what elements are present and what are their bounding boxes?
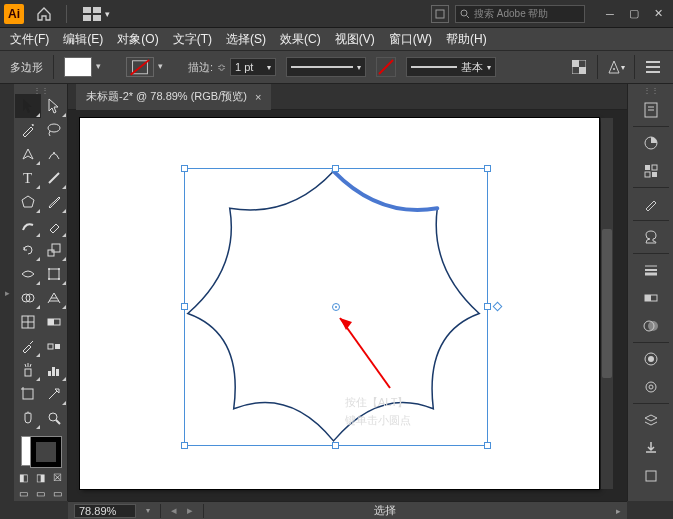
hand-tool[interactable] <box>15 406 41 430</box>
menu-help[interactable]: 帮助(H) <box>440 28 493 51</box>
magic-wand-tool[interactable] <box>15 118 41 142</box>
color-mode[interactable]: ◧ <box>15 469 32 485</box>
handle-e[interactable] <box>484 303 491 310</box>
search-input[interactable]: 搜索 Adobe 帮助 <box>455 5 585 23</box>
draw-normal[interactable]: ▭ <box>15 485 32 501</box>
draw-behind[interactable]: ▭ <box>32 485 49 501</box>
pen-tool[interactable] <box>15 142 41 166</box>
graphic-style-icon[interactable]: ▾ <box>606 57 626 77</box>
menu-type[interactable]: 文字(T) <box>167 28 218 51</box>
handle-s[interactable] <box>332 442 339 449</box>
zoom-dropdown-icon[interactable]: ▾ <box>146 506 150 515</box>
shape-tool[interactable] <box>15 190 41 214</box>
gradient-mode[interactable]: ◨ <box>32 469 49 485</box>
handle-w[interactable] <box>181 303 188 310</box>
paintbrush-tool[interactable] <box>41 190 67 214</box>
status-menu-icon[interactable]: ▸ <box>616 506 621 516</box>
eyedropper-tool[interactable] <box>15 334 41 358</box>
blend-tool[interactable] <box>41 334 67 358</box>
menu-view[interactable]: 视图(V) <box>329 28 381 51</box>
menu-icon[interactable] <box>643 57 663 77</box>
brushes-panel-icon[interactable] <box>634 191 668 217</box>
dock-grip[interactable]: ⋮⋮ <box>643 86 659 96</box>
free-transform-tool[interactable] <box>41 262 67 286</box>
artboard-tool[interactable] <box>15 382 41 406</box>
direct-selection-tool[interactable] <box>41 94 67 118</box>
shape-builder-tool[interactable] <box>15 286 41 310</box>
nav-next-icon[interactable]: ▸ <box>187 504 193 517</box>
swatches-panel-icon[interactable] <box>634 158 668 184</box>
home-icon[interactable] <box>32 2 56 26</box>
close-tab-icon[interactable]: × <box>255 91 261 103</box>
document-tab[interactable]: 未标题-2* @ 78.89% (RGB/预览) × <box>76 84 271 110</box>
gradient-tool[interactable] <box>41 310 67 334</box>
fill-swatch[interactable] <box>64 57 92 77</box>
gradient-panel-icon[interactable] <box>634 285 668 311</box>
menu-window[interactable]: 窗口(W) <box>383 28 438 51</box>
vertical-scrollbar[interactable] <box>601 118 613 489</box>
symbols-panel-icon[interactable] <box>634 224 668 250</box>
handle-sw[interactable] <box>181 442 188 449</box>
zoom-tool[interactable] <box>41 406 67 430</box>
eraser-tool[interactable] <box>41 214 67 238</box>
stroke-profile-dropdown[interactable]: ▾ <box>286 57 366 77</box>
fill-stroke-control[interactable] <box>19 434 63 469</box>
stroke-link-icon[interactable]: ≎ <box>217 61 226 74</box>
width-tool[interactable] <box>15 262 41 286</box>
symbol-sprayer-tool[interactable] <box>15 358 41 382</box>
curvature-tool[interactable] <box>41 142 67 166</box>
selection-tool[interactable] <box>15 94 41 118</box>
stroke-weight-input[interactable]: 1 pt▾ <box>230 58 276 76</box>
slice-tool[interactable] <box>41 382 67 406</box>
handle-n[interactable] <box>332 165 339 172</box>
line-tool[interactable] <box>41 166 67 190</box>
brush-dropdown[interactable]: 基本▾ <box>406 57 496 77</box>
transparency-panel-icon[interactable] <box>634 313 668 339</box>
column-graph-tool[interactable] <box>41 358 67 382</box>
menu-effect[interactable]: 效果(C) <box>274 28 327 51</box>
zoom-level-input[interactable]: 78.89% <box>74 504 136 518</box>
properties-panel-icon[interactable] <box>634 97 668 123</box>
draw-inside[interactable]: ▭ <box>49 485 66 501</box>
menu-select[interactable]: 选择(S) <box>220 28 272 51</box>
asset-export-panel-icon[interactable] <box>634 435 668 461</box>
none-mode[interactable]: ☒ <box>49 469 66 485</box>
sync-icon[interactable] <box>431 5 449 23</box>
appearance-panel-icon[interactable] <box>634 346 668 372</box>
svg-rect-10 <box>572 60 579 67</box>
graphic-styles-panel-icon[interactable] <box>634 374 668 400</box>
handle-nw[interactable] <box>181 165 188 172</box>
rotate-tool[interactable] <box>15 238 41 262</box>
workspace-switcher[interactable]: ▾ <box>77 5 116 23</box>
nav-prev-icon[interactable]: ◂ <box>171 504 177 517</box>
perspective-grid-tool[interactable] <box>41 286 67 310</box>
menu-object[interactable]: 对象(O) <box>111 28 164 51</box>
menu-edit[interactable]: 编辑(E) <box>57 28 109 51</box>
stroke-swatch[interactable] <box>126 57 154 77</box>
brush-none-icon[interactable] <box>376 57 396 77</box>
color-panel-icon[interactable] <box>634 130 668 156</box>
artboards-panel-icon[interactable] <box>634 463 668 489</box>
lasso-tool[interactable] <box>41 118 67 142</box>
handle-se[interactable] <box>484 442 491 449</box>
layers-panel-icon[interactable] <box>634 407 668 433</box>
maximize-button[interactable]: ▢ <box>623 5 645 23</box>
stroke-color[interactable] <box>31 437 61 467</box>
svg-line-9 <box>379 60 393 74</box>
menu-file[interactable]: 文件(F) <box>4 28 55 51</box>
shaper-tool[interactable] <box>15 214 41 238</box>
handle-ne[interactable] <box>484 165 491 172</box>
scale-tool[interactable] <box>41 238 67 262</box>
opacity-icon[interactable] <box>569 57 589 77</box>
type-tool[interactable]: T <box>15 166 41 190</box>
canvas[interactable]: 按住【ALT】 键单击小圆点 <box>68 110 627 501</box>
minimize-button[interactable]: ─ <box>599 5 621 23</box>
svg-rect-37 <box>25 369 31 376</box>
toolbox-grip[interactable]: ⋮⋮ <box>21 86 61 94</box>
stroke-panel-icon[interactable] <box>634 257 668 283</box>
left-collapse-bar[interactable]: ▸ <box>0 84 14 501</box>
close-button[interactable]: ✕ <box>647 5 669 23</box>
artboard[interactable]: 按住【ALT】 键单击小圆点 <box>80 118 599 489</box>
selection-bounding-box[interactable] <box>184 168 488 446</box>
mesh-tool[interactable] <box>15 310 41 334</box>
